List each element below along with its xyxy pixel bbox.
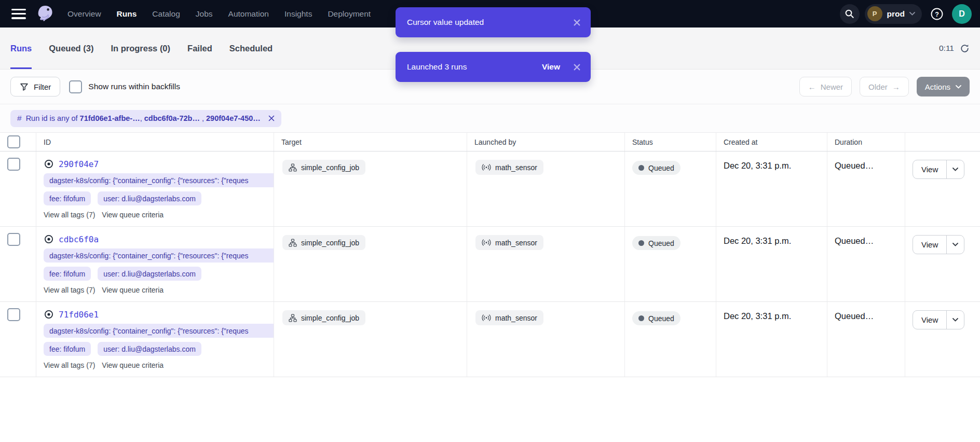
row-checkbox[interactable] — [7, 308, 20, 321]
tab-scheduled[interactable]: Scheduled — [229, 27, 273, 69]
target-job-pill[interactable]: simple_config_job — [282, 160, 365, 175]
tab-queued[interactable]: Queued (3) — [49, 27, 93, 69]
close-icon[interactable] — [574, 19, 580, 26]
row-checkbox[interactable] — [7, 233, 20, 246]
view-queue-criteria-link[interactable]: View queue criteria — [102, 211, 164, 219]
newer-button[interactable]: ← Newer — [799, 77, 852, 96]
close-icon[interactable] — [574, 64, 580, 71]
nav-item-insights[interactable]: Insights — [284, 9, 312, 19]
toast-message: Launched 3 runs — [407, 62, 542, 72]
actions-button[interactable]: Actions — [917, 77, 970, 96]
sensor-icon — [482, 239, 491, 246]
toast-launched-runs: Launched 3 runs View — [396, 52, 591, 82]
view-dropdown-toggle[interactable] — [947, 160, 964, 178]
col-header-launched-by: Launched by — [467, 133, 625, 151]
dagster-logo-icon[interactable] — [34, 3, 56, 25]
run-target-icon — [44, 159, 54, 169]
job-icon — [289, 314, 297, 322]
older-label: Older — [868, 82, 888, 91]
launched-by-pill[interactable]: math_sensor — [475, 310, 543, 325]
view-button[interactable]: View — [913, 236, 947, 254]
user-avatar[interactable]: D — [952, 4, 972, 24]
refresh-timer: 0:11 — [939, 27, 970, 69]
toast-cursor-updated: Cursor value updated — [396, 7, 591, 37]
tag-user[interactable]: user: d.liu@dagsterlabs.com — [98, 191, 201, 205]
status-dot-icon — [638, 165, 644, 171]
tab-failed[interactable]: Failed — [187, 27, 212, 69]
view-split-button: View — [913, 310, 964, 329]
status-dot-icon — [638, 315, 644, 321]
svg-text:?: ? — [935, 10, 939, 18]
row-checkbox[interactable] — [7, 158, 20, 171]
status-dot-icon — [638, 240, 644, 246]
duration: Queued… — [827, 302, 905, 377]
nav-item-jobs[interactable]: Jobs — [196, 9, 213, 19]
run-id-link[interactable]: 71fd06e1 — [59, 310, 99, 320]
table-header: ID Target Launched by Status Created at … — [0, 133, 980, 151]
toast-stack: Cursor value updated Launched 3 runs Vie… — [396, 7, 591, 82]
select-all-checkbox[interactable] — [7, 135, 20, 148]
pagination-actions: ← Newer Older → Actions — [799, 77, 970, 96]
view-button[interactable]: View — [913, 160, 947, 178]
arrow-right-icon: → — [892, 82, 900, 91]
launched-by-pill[interactable]: math_sensor — [475, 235, 543, 250]
tag-fee[interactable]: fee: fifofum — [44, 191, 91, 205]
created-at: Dec 20, 3:31 p.m. — [716, 227, 827, 301]
col-header-created-at: Created at — [716, 133, 827, 151]
chevron-down-icon — [909, 12, 915, 16]
view-all-tags-link[interactable]: View all tags (7) — [44, 361, 95, 369]
tag-fee[interactable]: fee: fifofum — [44, 267, 91, 281]
status-badge: Queued — [632, 236, 680, 250]
nav-item-deployment[interactable]: Deployment — [328, 9, 371, 19]
view-queue-criteria-link[interactable]: View queue criteria — [102, 361, 164, 369]
remove-filter-icon[interactable] — [268, 115, 275, 121]
run-id-link[interactable]: 290f04e7 — [59, 159, 99, 169]
refresh-icon[interactable] — [960, 44, 970, 53]
launched-by-pill[interactable]: math_sensor — [475, 160, 543, 175]
filter-button[interactable]: Filter — [10, 77, 60, 96]
tab-in-progress[interactable]: In progress (0) — [111, 27, 170, 69]
nav-item-catalog[interactable]: Catalog — [152, 9, 180, 19]
backfills-label[interactable]: Show runs within backfills — [88, 82, 180, 91]
target-job-pill[interactable]: simple_config_job — [282, 310, 365, 325]
tag-dagster-k8s-config[interactable]: dagster-k8s/config: {"container_config":… — [44, 248, 274, 263]
help-button[interactable]: ? — [927, 4, 947, 24]
view-dropdown-toggle[interactable] — [947, 236, 964, 254]
search-button[interactable] — [840, 4, 860, 24]
nav-item-automation[interactable]: Automation — [228, 9, 269, 19]
tag-fee[interactable]: fee: fifofum — [44, 342, 91, 356]
tag-user[interactable]: user: d.liu@dagsterlabs.com — [98, 342, 201, 356]
toast-view-link[interactable]: View — [542, 62, 560, 72]
older-button[interactable]: Older → — [860, 77, 909, 96]
view-queue-criteria-link[interactable]: View queue criteria — [102, 286, 164, 294]
tag-dagster-k8s-config[interactable]: dagster-k8s/config: {"container_config":… — [44, 173, 274, 187]
sensor-icon — [482, 314, 491, 321]
target-job-pill[interactable]: simple_config_job — [282, 235, 365, 250]
nav-right-cluster: P prod ? D — [840, 4, 972, 24]
deployment-avatar: P — [867, 6, 882, 21]
view-all-tags-link[interactable]: View all tags (7) — [44, 286, 95, 294]
backfills-checkbox[interactable] — [69, 80, 82, 93]
nav-links: Overview Runs Catalog Jobs Automation In… — [67, 9, 371, 19]
view-split-button: View — [913, 160, 964, 179]
table-row: cdbc6f0a dagster-k8s/config: {"container… — [0, 227, 980, 302]
tag-dagster-k8s-config[interactable]: dagster-k8s/config: {"container_config":… — [44, 324, 274, 338]
view-all-tags-link[interactable]: View all tags (7) — [44, 211, 95, 219]
tag-user[interactable]: user: d.liu@dagsterlabs.com — [98, 267, 201, 281]
newer-label: Newer — [821, 82, 843, 91]
deployment-switcher[interactable]: P prod — [865, 4, 922, 24]
view-button[interactable]: View — [913, 311, 947, 329]
col-header-status: Status — [625, 133, 716, 151]
hamburger-menu-icon[interactable] — [11, 9, 26, 19]
active-filters-row: # Run id is any of 71fd06e1-afbe-…, cdbc… — [0, 104, 980, 133]
nav-item-overview[interactable]: Overview — [67, 9, 101, 19]
nav-item-runs[interactable]: Runs — [117, 9, 137, 19]
actions-label: Actions — [925, 82, 950, 91]
runs-table: ID Target Launched by Status Created at … — [0, 133, 980, 377]
job-icon — [289, 239, 297, 247]
col-header-id: ID — [36, 133, 274, 151]
run-id-link[interactable]: cdbc6f0a — [59, 234, 99, 244]
tab-runs[interactable]: Runs — [10, 27, 32, 69]
funnel-icon — [20, 82, 29, 91]
view-dropdown-toggle[interactable] — [947, 311, 964, 329]
